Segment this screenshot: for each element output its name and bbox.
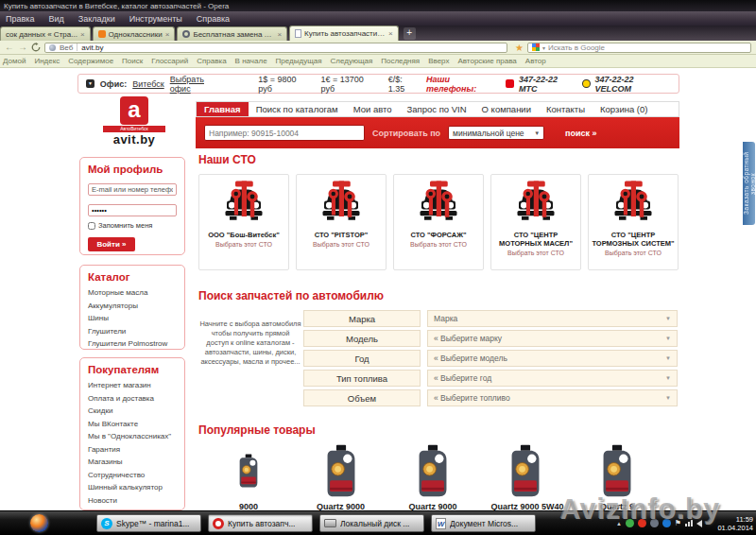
network-icon[interactable]	[685, 520, 693, 526]
google-search-box[interactable]: ▾ Искать в Google	[527, 43, 751, 53]
product-item[interactable]: Quartz 9000 5W40	[491, 444, 559, 510]
doclink-home[interactable]: Домой	[3, 57, 26, 65]
doclink-index[interactable]: Индекс	[34, 57, 60, 65]
search-button[interactable]: поиск »	[565, 129, 596, 138]
chevron-down-icon[interactable]: ▾	[542, 44, 545, 51]
choose-sto-link[interactable]: Выбрать этот СТО	[394, 241, 483, 248]
doclink-last[interactable]: Последняя	[381, 57, 420, 65]
office-city-link[interactable]: Витебск	[132, 79, 163, 89]
back-icon[interactable]: ←	[5, 43, 14, 52]
menu-view[interactable]: Вид	[48, 14, 63, 24]
product-item[interactable]: Quartz 9000	[307, 444, 375, 510]
remember-checkbox[interactable]	[88, 222, 95, 230]
office-change-link[interactable]: Выбрать офис	[170, 75, 227, 94]
tab-free-replacement[interactable]: Бесплатная замена ма... ×	[177, 26, 287, 41]
tray-icon-red[interactable]	[638, 519, 646, 527]
taskbar-button-word[interactable]: W Документ Micros...	[431, 514, 536, 532]
tab-close-icon[interactable]: ×	[165, 30, 170, 39]
doclink-copyright[interactable]: Авторские права	[457, 57, 516, 65]
doclink-glossary[interactable]: Глоссарий	[151, 57, 188, 65]
tray-icon-gray[interactable]	[650, 519, 659, 527]
tab-close-icon[interactable]: ×	[80, 30, 85, 39]
remember-me[interactable]: Запомнить меня	[88, 221, 177, 230]
part-search-input[interactable]	[204, 125, 365, 141]
product-item[interactable]: 9000	[215, 444, 283, 510]
tray-expand-icon[interactable]: ▲	[616, 521, 622, 526]
sto-card[interactable]: СТО "ФОРСАЖ" Выбрать этот СТО	[393, 174, 484, 270]
buyers-item[interactable]: Оплата и доставка	[88, 392, 177, 406]
nav-vin-request[interactable]: Запрос по VIN	[400, 102, 474, 116]
nav-contacts[interactable]: Контакты	[539, 102, 593, 116]
taskbar-button-disk[interactable]: Локальный диск ...	[319, 514, 424, 532]
sto-card[interactable]: СТО "ЦЕНТР ТОРМОЗНЫХ СИСТЕМ" Выбрать это…	[588, 174, 679, 270]
doclink-author[interactable]: Автор	[525, 57, 546, 65]
address-field[interactable]: Веб avit.by	[44, 43, 507, 53]
doclink-up[interactable]: Вверх	[428, 57, 449, 65]
volume-select[interactable]: « Выберите топливо ▼	[427, 389, 678, 406]
sort-select[interactable]: минимальной цене ▼	[448, 126, 544, 140]
tray-icon-blue[interactable]	[662, 519, 671, 527]
tab-odnoklassniki[interactable]: Одноклассники ×	[93, 26, 176, 41]
year-select[interactable]: « Выберите модель ▼	[427, 350, 678, 367]
menu-bookmarks[interactable]: Закладки	[78, 14, 115, 24]
office-dropdown-icon[interactable]: ▼	[86, 79, 94, 88]
nav-about[interactable]: О компании	[474, 102, 539, 116]
reload-icon[interactable]	[31, 43, 41, 52]
login-button[interactable]: Войти »	[88, 237, 135, 251]
nav-my-cars[interactable]: Мои авто	[346, 102, 400, 116]
sto-card[interactable]: ООО "Бош-Витебск" Выбрать этот СТО	[198, 174, 289, 270]
catalog-item-mufflers[interactable]: Глушители	[88, 325, 177, 338]
buyers-item[interactable]: Сотрудничество	[88, 469, 177, 482]
password-field[interactable]	[88, 204, 177, 216]
choose-sto-link[interactable]: Выбрать этот СТО	[199, 241, 288, 248]
doclink-next[interactable]: Следующая	[331, 57, 373, 65]
menu-help[interactable]: Справка	[197, 14, 230, 24]
nav-cart[interactable]: Корзина (0)	[593, 102, 655, 116]
nav-catalog-search[interactable]: Поиск по каталогам	[249, 102, 346, 116]
catalog-item-oils[interactable]: Моторные масла	[88, 286, 177, 300]
menu-edit[interactable]: Правка	[6, 14, 34, 24]
buyers-item[interactable]: Скидки	[88, 405, 177, 418]
sto-card[interactable]: СТО "PITSTOP" Выбрать этот СТО	[296, 174, 387, 270]
buyers-item[interactable]: Мы ВКонтакте	[88, 418, 177, 431]
volume-icon[interactable]	[696, 520, 702, 527]
catalog-item-polmostrow[interactable]: Глушители Polmostrow	[88, 337, 177, 350]
site-logo[interactable]: a АвтоВитебск avit.by	[83, 96, 185, 147]
buyers-item[interactable]: Новости	[88, 494, 177, 508]
tab-avit-active[interactable]: Купить автозапчасти в... ×	[289, 26, 399, 41]
callback-tab[interactable]: Заказать обратный звонок	[743, 142, 755, 225]
buyers-item[interactable]: Гарантия	[88, 443, 177, 457]
tab-close-icon[interactable]: ×	[277, 30, 282, 39]
buyers-item[interactable]: Мы в "Одноклассниках"	[88, 430, 177, 443]
taskbar-clock[interactable]: 11:59 01.04.2014	[710, 515, 753, 532]
start-button[interactable]	[30, 514, 48, 532]
doclink-contents[interactable]: Содержимое	[68, 57, 113, 65]
new-tab-button[interactable]: +	[404, 27, 416, 40]
brand-select[interactable]: Марка ▼	[427, 310, 678, 327]
forward-icon[interactable]: →	[18, 43, 27, 52]
model-select[interactable]: « Выберите марку ▼	[427, 330, 678, 347]
taskbar-button-opera[interactable]: Купить автозапч...	[208, 514, 313, 532]
choose-sto-link[interactable]: Выбрать этот СТО	[297, 241, 386, 248]
choose-sto-link[interactable]: Выбрать этот СТО	[589, 250, 678, 256]
nav-home[interactable]: Главная	[197, 102, 249, 116]
product-item[interactable]: Quartz 9	[583, 444, 651, 510]
buyers-item[interactable]: Шинный калькулятор	[88, 481, 177, 494]
sto-card[interactable]: СТО "ЦЕНТР МОТОРНЫХ МАСЕЛ" Выбрать этот …	[490, 174, 581, 270]
tab-close-icon[interactable]: ×	[388, 29, 393, 38]
doclink-start[interactable]: В начале	[235, 57, 267, 65]
doclink-search[interactable]: Поиск	[122, 57, 143, 65]
buyers-item[interactable]: Магазины	[88, 456, 177, 469]
action-center-icon[interactable]: ⚑	[675, 519, 681, 527]
choose-sto-link[interactable]: Выбрать этот СТО	[491, 250, 580, 256]
catalog-item-tires[interactable]: Шины	[88, 312, 177, 325]
email-field[interactable]	[88, 183, 177, 196]
bookmark-star-icon[interactable]: ★	[515, 43, 524, 53]
product-item[interactable]: Quartz 9000	[399, 444, 467, 510]
fuel-select[interactable]: « Выберите год ▼	[427, 370, 678, 387]
taskbar-button-skype[interactable]: S Skype™ - marina1...	[96, 514, 201, 532]
buyers-item[interactable]: Интернет магазин	[88, 379, 177, 392]
tray-icon-green[interactable]	[626, 519, 634, 527]
doclink-help[interactable]: Справка	[197, 57, 226, 65]
doclink-previous[interactable]: Предыдущая	[276, 57, 322, 65]
